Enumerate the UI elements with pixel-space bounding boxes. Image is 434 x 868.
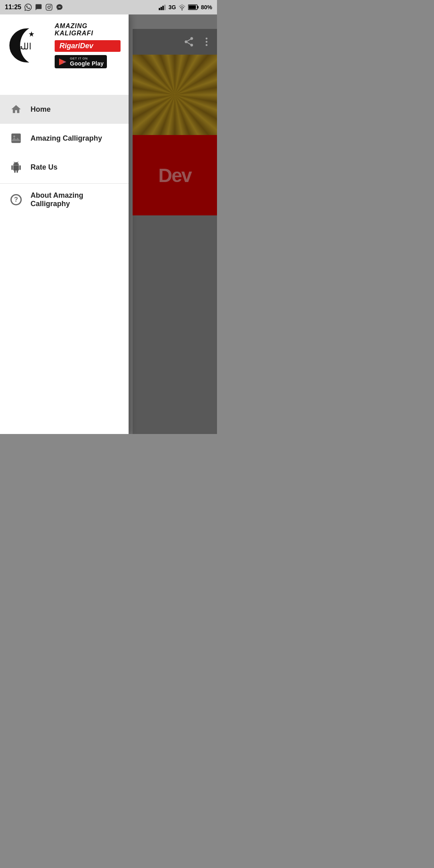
svg-rect-9 xyxy=(197,6,199,8)
drawer-nav: Home Amazing Calligraphy Rate Us xyxy=(0,95,129,434)
messenger-icon xyxy=(56,4,63,11)
svg-rect-10 xyxy=(188,6,196,9)
svg-point-2 xyxy=(50,5,51,6)
rigaridev-badge: RigariDev xyxy=(55,40,121,52)
svg-rect-4 xyxy=(161,7,162,10)
nav-item-rate-us[interactable]: Rate Us xyxy=(0,153,129,182)
svg-point-1 xyxy=(48,6,50,8)
wifi-icon xyxy=(178,4,186,10)
status-time: 11:25 xyxy=(5,4,21,11)
drawer-header: الله AMAZING KALIGRAFI RigariDev xyxy=(0,14,129,95)
play-store-icon xyxy=(58,57,68,67)
image-icon xyxy=(10,133,22,144)
help-icon-container: ? xyxy=(8,192,24,208)
svg-marker-14 xyxy=(29,31,34,37)
network-type: 3G xyxy=(168,4,176,10)
svg-point-7 xyxy=(182,10,182,10)
help-circle-icon: ? xyxy=(10,194,22,205)
amazing-calligraphy-label: Amazing Calligraphy xyxy=(31,134,102,143)
signal-icon xyxy=(159,4,166,10)
header-right-content: AMAZING KALIGRAFI RigariDev xyxy=(55,23,121,68)
google-play-badge[interactable]: GET IT ON Google Play xyxy=(55,55,107,68)
nav-item-home[interactable]: Home xyxy=(0,95,129,124)
rigari-text: Rigari xyxy=(59,42,80,50)
whatsapp-icon xyxy=(25,4,32,11)
nav-item-about[interactable]: ? About Amazing Calligraphy xyxy=(0,185,129,214)
svg-rect-5 xyxy=(162,6,164,10)
drawer-overlay[interactable] xyxy=(129,14,217,434)
home-icon xyxy=(10,104,22,115)
play-store-text: GET IT ON Google Play xyxy=(70,57,104,67)
home-label: Home xyxy=(31,105,51,114)
status-left: 11:25 xyxy=(5,4,63,11)
app-name: AMAZING KALIGRAFI xyxy=(55,23,121,37)
get-it-on-label: GET IT ON xyxy=(70,57,104,60)
dev-badge-text: Dev xyxy=(80,42,93,50)
status-bar: 11:25 3G xyxy=(0,0,217,14)
nav-divider xyxy=(0,183,129,184)
instagram-icon xyxy=(45,4,53,11)
chat-icon xyxy=(35,4,42,11)
home-icon-container xyxy=(8,101,24,117)
svg-rect-0 xyxy=(46,4,52,10)
status-right: 3G 80% xyxy=(159,4,212,10)
battery-icon xyxy=(188,4,199,10)
header-content: الله AMAZING KALIGRAFI RigariDev xyxy=(8,23,121,68)
android-icon-container xyxy=(8,159,24,175)
nav-drawer: الله AMAZING KALIGRAFI RigariDev xyxy=(0,14,129,434)
about-label: About Amazing Calligraphy xyxy=(31,191,121,208)
svg-point-18 xyxy=(13,135,15,137)
image-icon-container xyxy=(8,130,24,146)
svg-rect-3 xyxy=(159,8,160,10)
svg-text:الله: الله xyxy=(18,42,31,51)
rate-us-label: Rate Us xyxy=(31,163,57,172)
google-play-label: Google Play xyxy=(70,60,104,67)
android-icon xyxy=(10,162,22,173)
app-logo: الله xyxy=(8,25,48,66)
battery-percent: 80% xyxy=(201,4,212,10)
nav-item-amazing-calligraphy[interactable]: Amazing Calligraphy xyxy=(0,124,129,153)
svg-rect-17 xyxy=(11,133,20,143)
svg-rect-6 xyxy=(164,5,166,10)
